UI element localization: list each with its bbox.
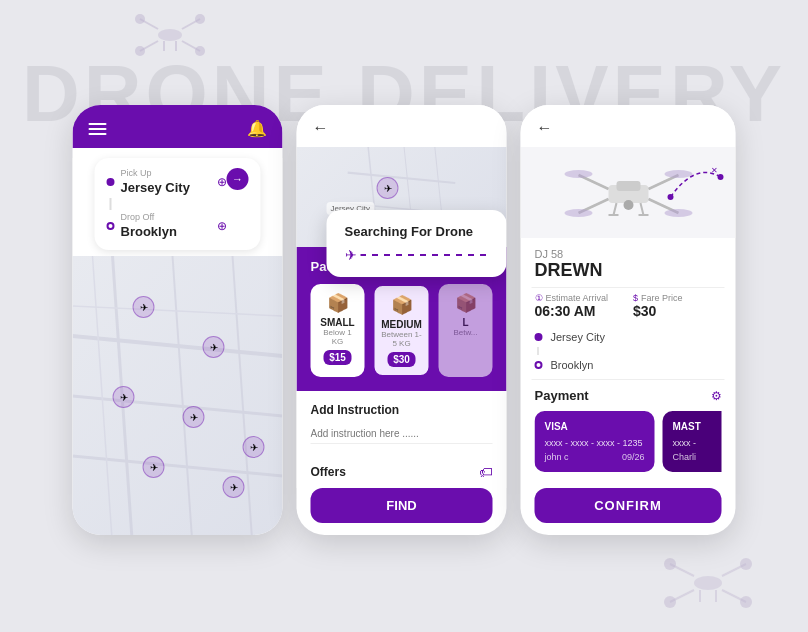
package-medium-name: MEDIUM <box>381 319 423 330</box>
phone-screen-2: ← ✈ ✈ Jersey City Searching For Drone ✈ <box>297 105 507 535</box>
drone-model: DJ 58 <box>535 248 722 260</box>
svg-point-0 <box>158 29 182 41</box>
plane-icon: ✈ <box>345 247 357 263</box>
pickup-dot <box>107 178 115 186</box>
svg-text:✕: ✕ <box>711 166 718 175</box>
phone2-header: ← <box>297 105 507 147</box>
master-type: MAST <box>673 421 722 432</box>
svg-point-8 <box>195 46 205 56</box>
filter-icon[interactable]: ⚙ <box>711 389 722 403</box>
svg-line-30 <box>348 173 456 183</box>
map-drone-7: ✈ <box>243 436 265 458</box>
from-dot <box>535 333 543 341</box>
go-button[interactable]: → <box>227 168 249 190</box>
stat-fare-label: $ Fare Price <box>633 293 722 303</box>
back-arrow-2[interactable]: ← <box>313 119 329 137</box>
route-mini-from: Jersey City <box>535 331 722 343</box>
svg-rect-37 <box>616 181 640 191</box>
svg-point-11 <box>694 576 722 590</box>
visa-card[interactable]: VISA xxxx - xxxx - xxxx - 1235 john c 09… <box>535 411 655 472</box>
svg-line-24 <box>73 456 283 476</box>
decorative-drone-br <box>658 548 758 622</box>
visa-number: xxxx - xxxx - xxxx - 1235 <box>545 438 645 448</box>
svg-point-17 <box>740 558 752 570</box>
cards-row: VISA xxxx - xxxx - xxxx - 1235 john c 09… <box>535 411 722 472</box>
route-mini-to: Brooklyn <box>535 359 722 371</box>
master-details: Charli <box>673 452 722 462</box>
phone3-header: ← <box>521 105 736 147</box>
find-button[interactable]: FIND <box>311 488 493 523</box>
svg-line-26 <box>173 256 193 535</box>
to-dot <box>535 361 543 369</box>
stat-arrival-value: 06:30 AM <box>535 303 624 319</box>
stat-arrival-label: ① Estimate Arrival <box>535 293 624 303</box>
hamburger-menu[interactable] <box>89 123 107 135</box>
dropoff-label: Drop Off <box>121 212 177 222</box>
map-drone-1: ✈ <box>133 296 155 318</box>
bell-icon[interactable]: 🔔 <box>247 119 267 138</box>
map-drone-2: ✈ <box>203 336 225 358</box>
phone-screen-3: ← <box>521 105 736 535</box>
confirm-button[interactable]: CONFIRM <box>535 488 722 523</box>
to-city: Brooklyn <box>551 359 594 371</box>
svg-point-52 <box>668 194 674 200</box>
svg-point-44 <box>564 209 592 217</box>
phone-screen-1: 🔔 Pick Up Jersey City ⊕ <box>73 105 283 535</box>
instruction-section: Add Instruction <box>297 391 507 456</box>
dropoff-dot <box>107 222 115 230</box>
offers-label: Offers <box>311 465 346 479</box>
stat-fare-value: $30 <box>633 303 722 319</box>
visa-expiry: 09/26 <box>622 452 645 462</box>
map-drone-a: ✈ <box>377 177 399 199</box>
package-small[interactable]: 📦 SMALL Below 1 KG $15 <box>311 284 365 377</box>
map-area-1: ✈ ✈ ✈ ✈ ✈ ✈ ✈ <box>73 256 283 535</box>
decorative-drone-tl <box>130 5 210 69</box>
stats-row: ① Estimate Arrival 06:30 AM $ Fare Price… <box>521 287 736 327</box>
package-medium[interactable]: 📦 MEDIUM Between 1-5 KG $30 <box>373 284 431 377</box>
master-holder: Charli <box>673 452 697 462</box>
package-medium-price: $30 <box>387 352 416 367</box>
package-large-icon: 📦 <box>445 292 487 314</box>
map-drone-6: ✈ <box>223 476 245 498</box>
drone-name: DREWN <box>535 260 722 281</box>
package-small-sub: Below 1 KG <box>317 328 359 346</box>
phone1-header: 🔔 <box>73 105 283 148</box>
svg-line-29 <box>93 256 113 535</box>
route-mini: Jersey City Brooklyn <box>521 327 736 379</box>
stat-fare: $ Fare Price $30 <box>633 293 722 319</box>
drone-info: DJ 58 DREWN <box>521 238 736 287</box>
instruction-title: Add Instruction <box>311 403 493 417</box>
visa-type: VISA <box>545 421 645 432</box>
search-dash <box>361 254 489 256</box>
payment-section: Payment ⚙ VISA xxxx - xxxx - xxxx - 1235… <box>521 380 736 480</box>
instruction-input[interactable] <box>311 428 493 444</box>
svg-point-7 <box>135 46 145 56</box>
drone-preview: ✕ <box>521 147 736 238</box>
svg-point-16 <box>664 558 676 570</box>
target-icon-2[interactable]: ⊕ <box>217 219 227 233</box>
svg-point-6 <box>195 14 205 24</box>
payment-title: Payment <box>535 388 589 403</box>
package-large-name: L <box>445 317 487 328</box>
svg-point-19 <box>740 596 752 608</box>
route-card: Pick Up Jersey City ⊕ Drop Off Brooklyn <box>95 158 261 250</box>
packages-row: 📦 SMALL Below 1 KG $15 📦 MEDIUM Between … <box>311 284 493 377</box>
visa-holder: john c <box>545 452 569 462</box>
pickup-label: Pick Up <box>121 168 190 178</box>
master-card[interactable]: MAST xxxx - Charli <box>663 411 722 472</box>
svg-point-45 <box>664 209 692 217</box>
package-large[interactable]: 📦 L Betw... <box>439 284 493 377</box>
package-small-name: SMALL <box>317 317 359 328</box>
search-animation: ✈ <box>345 247 489 263</box>
svg-point-5 <box>135 14 145 24</box>
target-icon[interactable]: ⊕ <box>217 175 227 189</box>
dropoff-city: Brooklyn <box>121 224 177 239</box>
package-small-price: $15 <box>323 350 352 365</box>
svg-point-51 <box>718 174 724 180</box>
map-drone-3: ✈ <box>113 386 135 408</box>
svg-line-47 <box>613 203 616 215</box>
offers-icon[interactable]: 🏷 <box>479 464 493 480</box>
svg-line-48 <box>640 203 643 215</box>
package-medium-icon: 📦 <box>381 294 423 316</box>
back-arrow-3[interactable]: ← <box>537 119 553 137</box>
